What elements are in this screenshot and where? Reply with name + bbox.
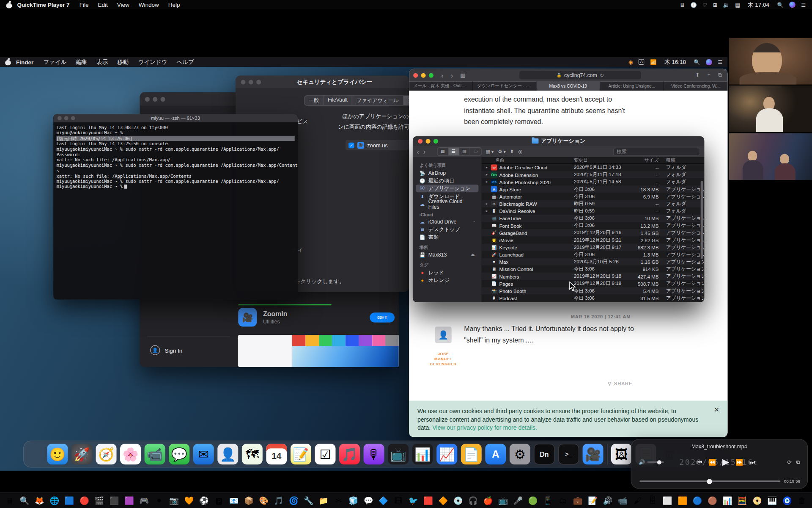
dock-app-pages[interactable]: 📄: [461, 444, 482, 464]
share-link[interactable]: ⚲ SHARE: [608, 381, 633, 386]
host-status-icon[interactable]: ⊞: [713, 2, 717, 7]
sidebar-item[interactable]: 📄 書類: [416, 233, 478, 241]
taskbar-app-icon[interactable]: 🔧: [303, 495, 314, 506]
file-row[interactable]: 📹 FaceTime 今日 3:06 10 MB アプリケーション: [482, 215, 705, 222]
next-button[interactable]: ⏭: [749, 458, 755, 466]
file-row[interactable]: 📸 Photo Booth 今日 3:06 5.4 MB アプリケーション: [482, 287, 705, 294]
guest-clock[interactable]: 木 16:18: [662, 58, 688, 66]
sidebar-item[interactable]: よく使う項目: [416, 162, 478, 169]
taskbar-app-icon[interactable]: 💿: [453, 495, 464, 506]
taskbar-app-icon[interactable]: 💼: [572, 495, 584, 506]
security-tab[interactable]: FileVault: [324, 96, 352, 105]
sidebar-item[interactable]: ● オレンジ: [416, 276, 478, 284]
tab-overview-icon[interactable]: ⧉: [717, 72, 724, 78]
back-button[interactable]: ‹: [417, 147, 419, 155]
taskbar-app-icon[interactable]: 🖌: [632, 495, 643, 506]
sidebar-item[interactable]: ● レッド: [416, 268, 478, 276]
guest-menu-item[interactable]: 編集: [71, 58, 92, 66]
taskbar-app-icon[interactable]: 🔶: [437, 495, 449, 506]
guest-app-menu[interactable]: Finder: [11, 59, 39, 65]
column-kind[interactable]: 種類: [664, 157, 705, 163]
host-menu-item[interactable]: File: [75, 2, 93, 8]
taskbar-app-icon[interactable]: 🗂: [557, 495, 568, 506]
allowed-app-row[interactable]: ✓ 🎥 zoom.us: [346, 140, 414, 150]
loop-icon[interactable]: ⟳: [787, 459, 792, 465]
file-row[interactable]: 🚀 Launchpad 今日 3:06 1.3 MB アプリケーション: [482, 251, 705, 258]
file-row[interactable]: 🎙 Podcast 今日 3:06 31.5 MB アプリケーション: [482, 295, 705, 302]
browser-tab[interactable]: メール - 賀木 美優 - Outlook: [409, 81, 473, 91]
taskbar-app-icon[interactable]: 🧿: [782, 495, 793, 506]
disclosure-triangle-icon[interactable]: ▸: [485, 173, 489, 177]
taskbar-app-icon[interactable]: 🟥: [422, 495, 434, 506]
taskbar-app-icon[interactable]: 📧: [228, 495, 239, 506]
taskbar-app-icon[interactable]: ✂: [333, 495, 344, 506]
file-row[interactable]: ▸ B Blackmagic RAW 昨日 0:59 -- フォルダ: [482, 200, 705, 207]
window-controls[interactable]: [58, 116, 75, 120]
webcam-participant-3[interactable]: [729, 133, 812, 180]
dock-app-messages[interactable]: 💬: [169, 444, 189, 464]
taskbar-app-icon[interactable]: 🎮: [138, 495, 150, 506]
dock-app-system-preferences[interactable]: ⚙: [510, 444, 530, 464]
sidebar-toggle-icon[interactable]: ▥: [459, 72, 467, 78]
dock-app-stocks[interactable]: 📊: [412, 444, 433, 464]
taskbar-app-icon[interactable]: 🗄: [647, 495, 658, 506]
back-button[interactable]: ‹: [440, 71, 445, 79]
taskbar-app-icon[interactable]: 🟪: [123, 495, 135, 506]
privacy-policy-link[interactable]: View our privacy policy for more details…: [432, 425, 537, 431]
guest-menu-item[interactable]: 移動: [113, 58, 134, 66]
taskbar-app-icon[interactable]: ⚫: [154, 495, 165, 506]
host-menu-item[interactable]: Help: [164, 2, 185, 8]
disclosure-triangle-icon[interactable]: ▸: [485, 209, 489, 213]
previous-button[interactable]: ⏮: [697, 458, 702, 466]
share-icon[interactable]: ⬆: [694, 72, 701, 78]
dock-app-music[interactable]: 🎵: [339, 444, 360, 464]
guest-trailing-icon[interactable]: [706, 59, 712, 65]
taskbar-app-icon[interactable]: ⚽: [198, 495, 210, 506]
window-controls[interactable]: [418, 139, 438, 144]
disclosure-triangle-icon[interactable]: ▸: [485, 166, 489, 170]
play-button[interactable]: ▶: [722, 457, 729, 468]
sidebar-item[interactable]: タグ: [416, 262, 478, 268]
sidebar-item[interactable]: 💾 Max813 ⏏: [416, 251, 478, 259]
dock-app-davinci-resolve[interactable]: Dn: [534, 444, 554, 464]
forward-button[interactable]: ›: [449, 71, 455, 79]
action-button[interactable]: ⚙▾: [498, 149, 506, 154]
apple-menu-icon[interactable]: [6, 1, 12, 8]
host-trailing-icon[interactable]: 🔍: [777, 2, 783, 7]
window-controls[interactable]: [241, 80, 261, 84]
browser-tab[interactable]: Video Conferencing, W...: [664, 81, 728, 91]
taskbar-app-icon[interactable]: 🧮: [737, 495, 748, 506]
taskbar-app-icon[interactable]: 🟤: [707, 495, 718, 506]
guest-status-icon[interactable]: 📶: [650, 59, 656, 65]
sidebar-item[interactable]: Ⓐ アプリケーション: [416, 185, 478, 192]
get-button[interactable]: GET: [370, 312, 395, 322]
sidebar-item[interactable]: ☁ Creative Cloud Files: [416, 200, 478, 208]
file-row[interactable]: 🤖 Automator 今日 3:06 6.9 MB アプリケーション: [482, 193, 705, 200]
terminal-output[interactable]: Last login: Thu May 14 13:08:23 on ttys0…: [53, 122, 298, 192]
browser-tab[interactable]: ダウンロードセンター - Zoom: [473, 81, 537, 91]
taskbar-app-icon[interactable]: 🌐: [49, 495, 60, 506]
taskbar-app-icon[interactable]: 🔴: [79, 495, 90, 506]
taskbar-app-icon[interactable]: 🔷: [378, 495, 389, 506]
host-menu-item[interactable]: View: [112, 2, 134, 8]
dock-app-zoom[interactable]: 🎥: [583, 444, 604, 464]
security-tab[interactable]: 一般: [304, 96, 324, 105]
dock-app-reminders[interactable]: ☑: [315, 444, 335, 464]
terminal-titlebar[interactable]: miyuu — -zsh — 91×33: [53, 114, 298, 122]
security-tab[interactable]: ファイアウォール: [352, 96, 403, 105]
share-button[interactable]: ⬆: [510, 149, 514, 154]
dock-app-keynote[interactable]: 📈: [436, 444, 457, 464]
file-row[interactable]: 📈 Numbers 2019年12月20日 9:18 427.4 MB アプリケ…: [482, 273, 705, 280]
taskbar-app-icon[interactable]: 📊: [721, 495, 733, 506]
taskbar-app-icon[interactable]: 🎞: [392, 495, 404, 506]
file-row[interactable]: ▸ 🎛 DaVinci Resolve 昨日 0:59 -- フォルダ: [482, 207, 705, 215]
taskbar-app-icon[interactable]: 💬: [363, 495, 374, 506]
dock-app-tv[interactable]: 📺: [388, 444, 409, 464]
host-menu-item[interactable]: Window: [134, 2, 164, 8]
guest-status-icon[interactable]: ◉: [628, 59, 633, 65]
taskbar-app-icon[interactable]: 📦: [243, 495, 255, 506]
file-row[interactable]: 📄 Pages 2019年12月20日 9:19 508.7 MB アプリケーシ…: [482, 280, 705, 287]
file-row[interactable]: ▸ Dn Adobe Dimension 2020年5月11日 17:18 --…: [482, 171, 705, 178]
taskbar-app-icon[interactable]: 📁: [318, 495, 329, 506]
taskbar-app-icon[interactable]: 🟧: [677, 495, 688, 506]
